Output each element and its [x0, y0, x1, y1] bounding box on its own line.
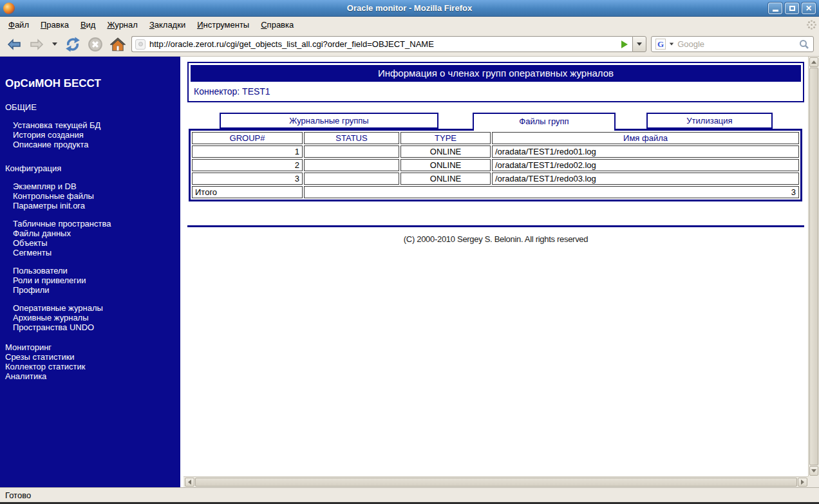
sidebar-link[interactable]: Пространства UNDO [5, 322, 178, 332]
sidebar-section-header: Конфигурация [5, 163, 178, 173]
table-row: 3ONLINE/oradata/TEST1/redo03.log [192, 173, 799, 185]
footer-divider [187, 225, 804, 227]
arrow-right-icon [801, 480, 804, 485]
scroll-right-button[interactable] [798, 478, 807, 487]
sidebar-link-group: Экземпляр и DBКонтрольные файлыПараметры… [5, 182, 178, 210]
maximize-icon [789, 6, 795, 11]
sidebar-link[interactable]: Мониторинг [5, 342, 178, 352]
sidebar-link[interactable]: Архивные журналы [5, 313, 178, 322]
total-label: Итого [192, 186, 303, 198]
status-text: Готово [5, 490, 31, 500]
sidebar-link[interactable]: Срезы статистики [5, 352, 178, 362]
reload-button[interactable] [64, 35, 82, 53]
sidebar-link-group: ПользователиРоли и привелегииПрофили [5, 266, 178, 295]
maximize-button[interactable] [785, 3, 799, 14]
table-cell: 2 [192, 159, 303, 171]
sidebar-link[interactable]: Табличные пространства [5, 219, 178, 229]
scroll-down-button[interactable] [809, 466, 818, 476]
table-row: 1ONLINE/oradata/TEST1/redo01.log [192, 145, 799, 158]
column-header: STATUS [304, 132, 399, 144]
arrow-left-icon [188, 480, 191, 485]
menu-item-view[interactable]: Вид [75, 18, 102, 32]
browser-viewport: ОрСиМОН БЕССТ ОБЩИЕУстановка текущей БДИ… [0, 57, 819, 487]
google-engine-icon[interactable]: G [655, 39, 666, 50]
sidebar-frame: ОрСиМОН БЕССТ ОБЩИЕУстановка текущей БДИ… [0, 57, 180, 487]
table-cell: 3 [192, 173, 303, 185]
sidebar-link[interactable]: Экземпляр и DB [5, 182, 178, 191]
vertical-scrollbar-thumb[interactable] [809, 68, 818, 465]
redo-log-table: GROUP#STATUSTYPEИмя файла 1ONLINE/oradat… [189, 129, 802, 201]
tab-journal-groups[interactable]: Журнальные группы [220, 113, 438, 129]
close-button[interactable]: ✕ [802, 3, 816, 14]
search-engine-dropdown-icon[interactable] [670, 43, 673, 46]
window-title: Oracle monitor - Mozilla Firefox [0, 3, 819, 13]
sidebar-link[interactable]: Описание продукта [5, 140, 178, 149]
home-button[interactable] [109, 35, 127, 53]
connector-label: Коннектор: TEST1 [191, 82, 801, 99]
table-cell: /oradata/TEST1/redo01.log [492, 145, 799, 158]
menu-item-history[interactable]: Журнал [101, 18, 143, 32]
go-button-icon[interactable] [621, 41, 628, 48]
menu-item-bookmarks[interactable]: Закладки [144, 18, 191, 32]
sidebar-link-group: МониторингСрезы статистикиКоллектор стат… [5, 342, 178, 381]
sidebar-link[interactable]: Профили [5, 285, 178, 295]
scroll-up-button[interactable] [809, 57, 818, 67]
menu-bar: ФайлПравкаВидЖурналЗакладкиИнструментыСп… [0, 17, 819, 32]
sidebar-link[interactable]: История создания [5, 130, 178, 140]
column-header: TYPE [400, 132, 491, 144]
minimize-button[interactable] [768, 3, 782, 14]
table-total-row: Итого 3 [192, 186, 799, 198]
close-icon: ✕ [805, 5, 812, 12]
app-title: ОрСиМОН БЕССТ [5, 79, 178, 88]
url-history-dropdown[interactable] [632, 36, 646, 52]
sidebar-link[interactable]: Файлы данных [5, 229, 178, 238]
copyright-text: (C) 2000-2010 Sergey S. Belonin. All rig… [187, 234, 804, 244]
table-cell: ONLINE [400, 173, 491, 185]
table-cell [304, 159, 399, 171]
menu-item-file[interactable]: Файл [3, 18, 35, 32]
table-cell [304, 173, 399, 185]
menu-item-help[interactable]: Справка [255, 18, 299, 32]
stop-button[interactable] [86, 35, 104, 53]
sidebar-link[interactable]: Аналитика [5, 371, 178, 381]
forward-button[interactable] [28, 35, 46, 53]
table-cell: /oradata/TEST1/redo02.log [492, 159, 799, 171]
chevron-down-icon [52, 42, 57, 46]
table-cell: /oradata/TEST1/redo03.log [492, 173, 799, 185]
back-history-dropdown[interactable] [50, 35, 59, 53]
sidebar-link[interactable]: Установка текущей БД [5, 120, 178, 130]
table-row: 2ONLINE/oradata/TEST1/redo02.log [192, 159, 799, 171]
tab-utilization[interactable]: Утилизация [646, 113, 773, 129]
scroll-left-button[interactable] [185, 478, 194, 487]
window-titlebar: Oracle monitor - Mozilla Firefox ✕ [0, 0, 819, 17]
sidebar-link[interactable]: Сегменты [5, 248, 178, 257]
url-bar[interactable]: http://oracle.zerot.ru/cgi/get_objects_l… [131, 36, 632, 52]
reload-icon [65, 37, 80, 52]
forward-arrow-icon [30, 39, 44, 50]
table-cell [304, 145, 399, 158]
table-header-row: GROUP#STATUSTYPEИмя файла [192, 132, 799, 144]
minimize-icon [773, 10, 778, 12]
sidebar-link[interactable]: Роли и привелегии [5, 275, 178, 285]
menu-item-edit[interactable]: Правка [35, 18, 75, 32]
search-bar[interactable]: G Google [651, 36, 814, 52]
horizontal-scrollbar-thumb[interactable] [195, 478, 797, 487]
sidebar-link[interactable]: Оперативные журналы [5, 303, 178, 313]
menu-item-tools[interactable]: Инструменты [191, 18, 255, 32]
vertical-scrollbar[interactable] [808, 57, 819, 476]
content-frame: Информация о членах групп оперативных жу… [184, 57, 819, 487]
page-title: Информация о членах групп оперативных жу… [191, 65, 801, 82]
tab-group-files[interactable]: Файлы групп [473, 113, 616, 131]
sidebar-link[interactable]: Объекты [5, 238, 178, 248]
sidebar-link[interactable]: Коллектор статистик [5, 362, 178, 371]
search-input[interactable]: Google [677, 39, 796, 49]
sidebar-link[interactable]: Пользователи [5, 266, 178, 275]
sidebar-link[interactable]: Контрольные файлы [5, 191, 178, 201]
sidebar-link[interactable]: Параметры init.ora [5, 201, 178, 210]
tab-bar: Журнальные группыФайлы группУтилизация [220, 113, 804, 129]
navigation-toolbar: http://oracle.zerot.ru/cgi/get_objects_l… [0, 32, 819, 57]
url-input[interactable]: http://oracle.zerot.ru/cgi/get_objects_l… [149, 39, 617, 49]
horizontal-scrollbar[interactable] [184, 476, 808, 487]
home-icon [110, 37, 126, 52]
back-button[interactable] [5, 35, 23, 53]
